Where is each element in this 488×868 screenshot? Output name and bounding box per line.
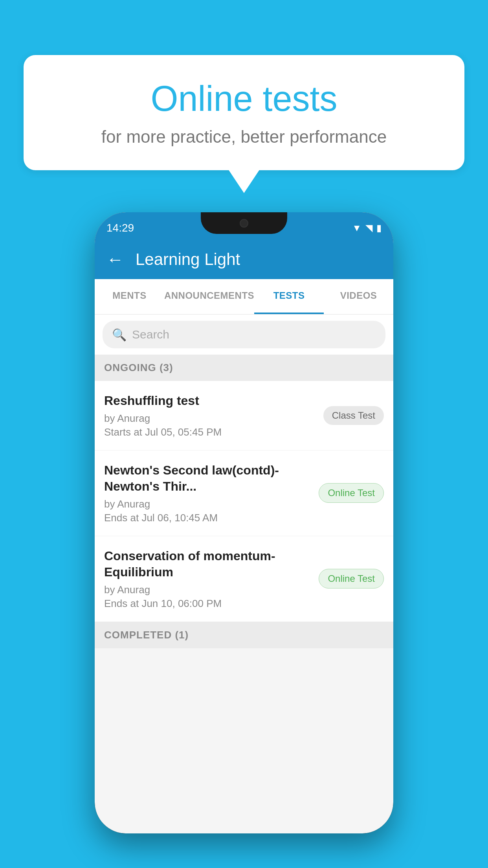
test-item[interactable]: Newton's Second law(contd)-Newton's Thir… — [95, 451, 393, 536]
search-placeholder: Search — [132, 328, 169, 341]
tabs-bar: MENTS ANNOUNCEMENTS TESTS VIDEOS — [95, 279, 393, 314]
status-time: 14:29 — [106, 222, 134, 234]
bubble-subtitle: for more practice, better performance — [55, 127, 433, 147]
test-author: by Anurag — [104, 498, 311, 510]
test-badge-class: Class Test — [323, 406, 384, 425]
tab-videos[interactable]: VIDEOS — [324, 283, 393, 314]
app-bar: ← Learning Light — [95, 240, 393, 279]
test-time: Ends at Jul 06, 10:45 AM — [104, 512, 311, 524]
test-item[interactable]: Conservation of momentum-Equilibrium by … — [95, 536, 393, 622]
search-container: 🔍 Search — [95, 314, 393, 355]
ongoing-section-header: ONGOING (3) — [95, 355, 393, 381]
status-icons: ▼ ◥ ▮ — [352, 223, 382, 234]
test-title: Conservation of momentum-Equilibrium — [104, 548, 311, 581]
front-camera — [240, 219, 248, 228]
test-time: Starts at Jul 05, 05:45 PM — [104, 426, 316, 438]
tab-tests[interactable]: TESTS — [254, 283, 324, 314]
signal-icon: ◥ — [365, 223, 372, 234]
tab-announcements[interactable]: ANNOUNCEMENTS — [164, 283, 254, 314]
speech-bubble-container: Online tests for more practice, better p… — [24, 55, 464, 193]
test-info: Conservation of momentum-Equilibrium by … — [104, 548, 319, 610]
test-title: Newton's Second law(contd)-Newton's Thir… — [104, 462, 311, 495]
search-bar[interactable]: 🔍 Search — [103, 321, 385, 348]
test-info: Newton's Second law(contd)-Newton's Thir… — [104, 462, 319, 524]
phone-frame: 14:29 ▼ ◥ ▮ ← Learning Light MENTS ANNOU… — [95, 212, 393, 833]
search-icon: 🔍 — [112, 328, 127, 342]
test-author: by Anurag — [104, 412, 316, 425]
phone-container: 14:29 ▼ ◥ ▮ ← Learning Light MENTS ANNOU… — [95, 212, 393, 833]
test-item[interactable]: Reshuffling test by Anurag Starts at Jul… — [95, 381, 393, 451]
back-button[interactable]: ← — [103, 246, 128, 273]
test-time: Ends at Jun 10, 06:00 PM — [104, 598, 311, 610]
completed-section-header: COMPLETED (1) — [95, 622, 393, 648]
battery-icon: ▮ — [376, 223, 382, 234]
tab-ments[interactable]: MENTS — [95, 283, 164, 314]
test-info: Reshuffling test by Anurag Starts at Jul… — [104, 393, 323, 438]
speech-bubble: Online tests for more practice, better p… — [24, 55, 464, 170]
test-badge-online: Online Test — [319, 483, 384, 503]
wifi-icon: ▼ — [352, 223, 361, 234]
test-badge-online: Online Test — [319, 569, 384, 588]
bubble-title: Online tests — [55, 79, 433, 119]
bubble-arrow — [228, 169, 260, 193]
app-title: Learning Light — [136, 250, 240, 269]
test-author: by Anurag — [104, 584, 311, 596]
test-list: Reshuffling test by Anurag Starts at Jul… — [95, 381, 393, 622]
test-title: Reshuffling test — [104, 393, 316, 409]
phone-notch — [201, 212, 287, 234]
phone-screen: 14:29 ▼ ◥ ▮ ← Learning Light MENTS ANNOU… — [95, 212, 393, 833]
